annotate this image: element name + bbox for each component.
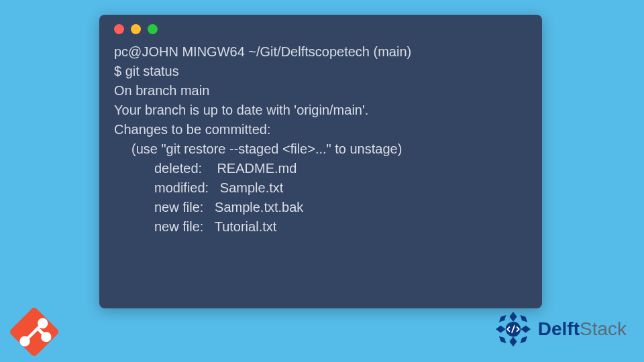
- logo-text-stack: Stack: [580, 318, 627, 340]
- svg-point-5: [41, 332, 51, 342]
- svg-point-3: [38, 318, 48, 328]
- status-entry: new file: Sample.txt.bak: [114, 198, 527, 217]
- delftstack-emblem-icon: [492, 308, 534, 350]
- maximize-icon[interactable]: [148, 24, 158, 34]
- delftstack-logo: DelftStack: [492, 308, 627, 350]
- terminal-window: pc@JOHN MINGW64 ~/Git/Delftscopetech (ma…: [99, 15, 542, 308]
- close-icon[interactable]: [114, 24, 124, 34]
- prompt-line: pc@JOHN MINGW64 ~/Git/Delftscopetech (ma…: [114, 42, 527, 62]
- branch-line: On branch main: [114, 81, 527, 101]
- uptodate-line: Your branch is up to date with 'origin/m…: [114, 101, 527, 120]
- changes-header: Changes to be committed:: [114, 120, 527, 139]
- svg-point-4: [19, 336, 30, 346]
- command-line: $ git status: [114, 62, 527, 81]
- logo-text-delft: Delft: [538, 318, 580, 340]
- delftstack-text: DelftStack: [538, 318, 627, 340]
- window-titlebar: [114, 24, 527, 34]
- minimize-icon[interactable]: [131, 24, 141, 34]
- git-icon: [4, 302, 64, 362]
- status-entry: new file: Tutorial.txt: [114, 217, 527, 237]
- status-entry: modified: Sample.txt: [114, 178, 527, 198]
- unstage-hint: (use "git restore --staged <file>..." to…: [114, 139, 527, 159]
- status-entry: deleted: README.md: [114, 159, 527, 178]
